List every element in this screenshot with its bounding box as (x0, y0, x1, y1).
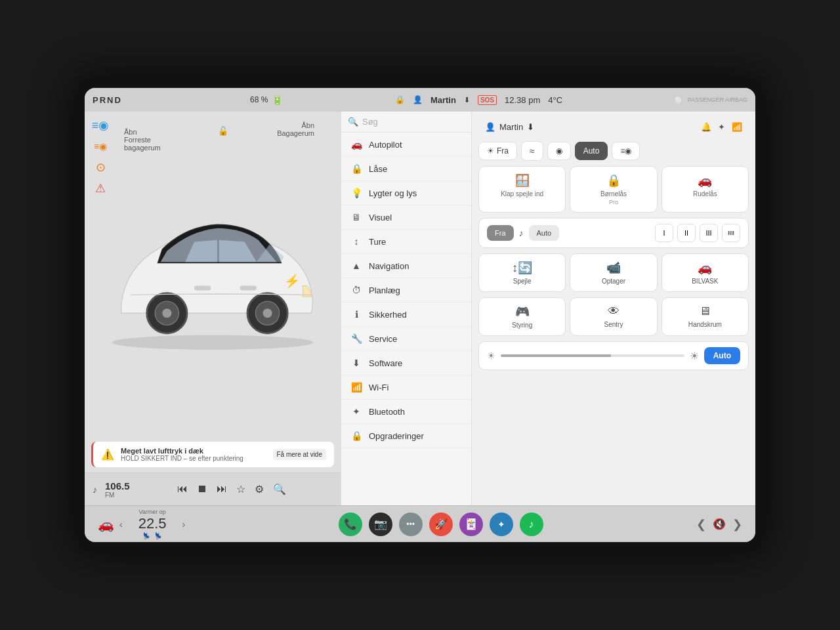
light-btn-fra[interactable]: ☀ Fra (478, 142, 517, 160)
user-icon-top: 👤 (413, 95, 423, 104)
menu-label-software: Software (369, 358, 402, 368)
fold-mirrors-icon: 🪟 (484, 173, 560, 188)
right-download-icon: ⬇ (527, 122, 534, 132)
menu-item-visuel[interactable]: 🖥 Visuel (341, 205, 471, 230)
styring-btn[interactable]: 🎮 Styring (478, 297, 566, 336)
wiper-fra-btn[interactable]: Fra (487, 225, 514, 241)
cards-icon: 🃏 (465, 518, 478, 530)
phone-app-btn[interactable]: 📞 (339, 513, 362, 536)
search-icon: 🔍 (348, 117, 358, 127)
taskbar-left: 🚗 ‹ Varmer op 22.5 💺 💺 › (98, 509, 185, 539)
radio-fav-btn[interactable]: ☆ (236, 483, 245, 495)
radio-freq: 106.5 (105, 480, 130, 492)
svg-text:⚡: ⚡ (284, 273, 301, 289)
radio-info: 106.5 FM (105, 480, 130, 499)
menu-item-lights[interactable]: 💡 Lygter og lys (341, 181, 471, 205)
time-display: 12.38 pm (505, 95, 540, 105)
wiper-speed-1[interactable]: I (655, 224, 673, 242)
taskbar-right: ❮ 🔇 ❯ (696, 517, 742, 532)
bluetooth-header-icon: ✦ (718, 122, 725, 132)
brightness-slider[interactable] (501, 354, 684, 357)
navigation-icon: ▲ (350, 261, 362, 271)
wiper-speed-2[interactable]: II (677, 224, 696, 242)
search-bar[interactable]: 🔍 Søg (341, 112, 471, 133)
fold-mirrors-btn[interactable]: 🪟 Klap spejle ind (478, 166, 566, 213)
svg-point-0 (112, 335, 313, 350)
feature-grid-2: 🎮 Styring 👁 Sentry 🖥 Handskrum (478, 297, 749, 336)
radio-next-btn[interactable]: ⏭ (217, 483, 227, 495)
light-btn-beam[interactable]: ◉ (547, 142, 571, 160)
volume-mute-icon[interactable]: 🔇 (713, 518, 726, 530)
bilvask-btn[interactable]: 🚗 BILVASK (662, 253, 749, 292)
spejle-btn[interactable]: ↕🔄 Spejle (478, 253, 566, 292)
wiper-speed-4[interactable]: IIII (722, 224, 740, 242)
wiper-speed-3[interactable]: III (700, 224, 718, 242)
wiper-fra-label: Fra (495, 229, 506, 237)
menu-item-autopilot[interactable]: 🚗 Autopilot (341, 133, 471, 157)
chevron-right-btn[interactable]: ❯ (732, 517, 742, 532)
alert-link[interactable]: Få mere at vide (273, 449, 326, 460)
rudelaas-btn[interactable]: 🚗 Rudelås (662, 166, 749, 213)
brightness-icon: ☀ (487, 350, 495, 361)
handskrum-icon: 🖥 (667, 304, 743, 318)
menu-item-software[interactable]: ⬇ Software (341, 351, 471, 375)
car-home-icon[interactable]: 🚗 (98, 516, 114, 532)
menu-item-navigation[interactable]: ▲ Navigation (341, 254, 471, 278)
radio-controls: ⏮ ⏹ ⏭ ☆ ⚙ 🔍 (177, 483, 286, 495)
camera-app-btn[interactable]: 📷 (369, 513, 392, 536)
sentry-label: Sentry (576, 321, 651, 328)
menu-label-wifi: Wi-Fi (369, 383, 388, 392)
notification-icon[interactable]: 🔔 (701, 122, 711, 132)
spotify-app-btn[interactable]: ♪ (520, 513, 543, 536)
menu-item-sikkerhed[interactable]: ℹ Sikkerhed (341, 303, 471, 327)
menu-label-bluetooth: Bluetooth (369, 407, 405, 417)
control-grid-1: 🪟 Klap spejle ind 🔒 Børnelås Pro 🚗 Rudel… (478, 166, 749, 213)
svg-point-3 (162, 308, 171, 318)
menu-item-laase[interactable]: 🔒 Låse (341, 157, 471, 181)
sentry-btn[interactable]: 👁 Sentry (570, 297, 657, 336)
radio-search-btn[interactable]: 🔍 (273, 483, 286, 495)
bluetooth-app-btn[interactable]: ✦ (490, 513, 513, 536)
brightness-sun-icon: ☀ (690, 350, 699, 362)
menu-label-ture: Ture (369, 237, 386, 247)
screen-bezel: PRND 68 % 🔋 🔒 👤 Martin ⬇ SOS 12.38 pm 4°… (75, 79, 765, 551)
svg-point-6 (263, 308, 272, 318)
menu-item-ture[interactable]: ↕ Ture (341, 230, 471, 254)
styring-icon: 🎮 (484, 304, 560, 319)
light-fra-label: Fra (497, 146, 509, 156)
menu-item-opgraderinger[interactable]: 🔒 Opgraderinger (341, 424, 471, 448)
childlock-btn[interactable]: 🔒 Børnelås Pro (570, 166, 657, 213)
light-btn-fog[interactable]: ≈ (521, 141, 543, 161)
radio-stop-btn[interactable]: ⏹ (197, 483, 207, 495)
light-btn-full[interactable]: ≡◉ (612, 142, 640, 160)
bluetooth-app-icon: ✦ (497, 519, 505, 530)
light-btn-auto[interactable]: Auto (575, 142, 608, 160)
header-icons: 🔔 ✦ 📶 (701, 122, 742, 132)
rocket-icon: 🚀 (434, 518, 448, 530)
chevron-left-btn[interactable]: ❮ (696, 517, 706, 532)
alert-warning-icon: ⚠️ (101, 448, 114, 461)
sentry-icon: 👁 (576, 304, 651, 318)
cards-app-btn[interactable]: 🃏 (459, 513, 483, 536)
wiper-auto-btn[interactable]: Auto (529, 225, 560, 241)
handskrum-btn[interactable]: 🖥 Handskrum (662, 297, 749, 336)
optager-btn[interactable]: 📹 Optager (570, 253, 657, 292)
auto-brightness-btn[interactable]: Auto (704, 347, 740, 364)
svg-rect-9 (240, 285, 257, 290)
wiper-auto-label: Auto (537, 229, 552, 237)
menu-item-wifi[interactable]: 📶 Wi-Fi (341, 375, 471, 400)
radio-prev-btn[interactable]: ⏮ (177, 483, 188, 495)
rocket-app-btn[interactable]: 🚀 (429, 513, 453, 536)
radio-eq-btn[interactable]: ⚙ (255, 483, 264, 495)
menu-item-planlaeg[interactable]: ⏱ Planlæg (341, 278, 471, 303)
menu-label-visuel: Visuel (369, 213, 392, 222)
temp-prev-btn[interactable]: ‹ (119, 519, 123, 530)
status-bar: PRND 68 % 🔋 🔒 👤 Martin ⬇ SOS 12.38 pm 4°… (85, 88, 755, 112)
menu-item-service[interactable]: 🔧 Service (341, 327, 471, 351)
more-app-btn[interactable]: ••• (399, 513, 423, 536)
seat-heat-right: 💺 (154, 532, 162, 539)
planlaeg-icon: ⏱ (350, 285, 362, 295)
menu-item-bluetooth[interactable]: ✦ Bluetooth (341, 400, 471, 424)
bilvask-label: BILVASK (667, 278, 743, 285)
temp-nav: ‹ Varmer op 22.5 💺 💺 › (119, 509, 185, 539)
